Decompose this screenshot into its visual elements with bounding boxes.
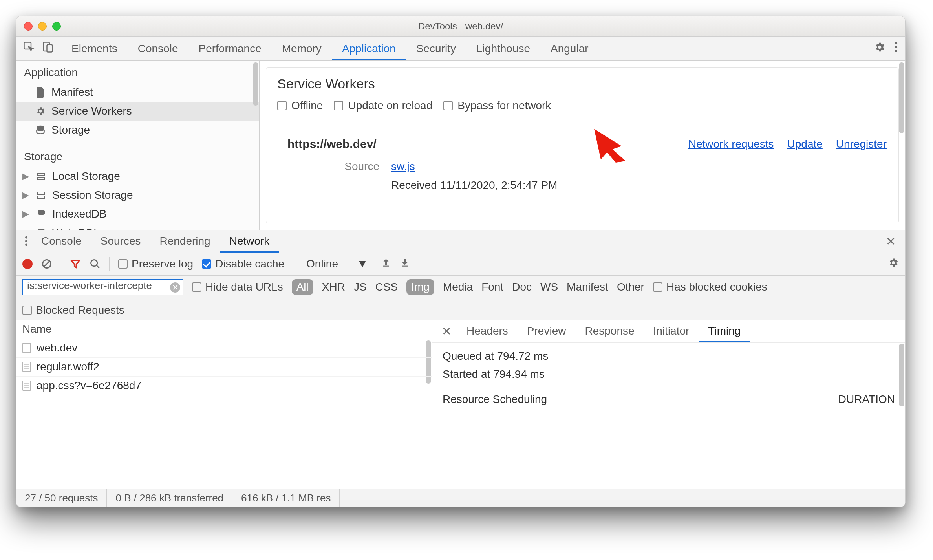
request-row[interactable]: app.css?v=6e2768d7 <box>16 377 432 395</box>
filter-type-font[interactable]: Font <box>481 281 503 293</box>
update-link[interactable]: Update <box>787 138 823 150</box>
status-transferred: 0 B / 286 kB transferred <box>107 489 232 507</box>
detail-tab-response[interactable]: Response <box>575 320 644 342</box>
unregister-link[interactable]: Unregister <box>836 138 887 150</box>
preserve-log-checkbox[interactable]: Preserve log <box>118 258 193 270</box>
filter-type-doc[interactable]: Doc <box>512 281 532 293</box>
clear-button[interactable] <box>41 258 52 269</box>
timing-started: Started at 794.94 ms <box>443 368 895 381</box>
sidebar-item-indexeddb[interactable]: ▶ IndexedDB <box>16 205 259 223</box>
more-menu-icon[interactable] <box>894 41 898 56</box>
filter-type-xhr[interactable]: XHR <box>322 281 345 293</box>
detail-tab-headers[interactable]: Headers <box>457 320 518 342</box>
sidebar-item-manifest[interactable]: Manifest <box>16 83 259 102</box>
drawer-tab-sources[interactable]: Sources <box>91 230 150 253</box>
column-header-name[interactable]: Name <box>16 320 432 339</box>
caret-icon[interactable]: ▶ <box>22 171 30 181</box>
sw-source-link[interactable]: sw.js <box>391 160 415 173</box>
request-row[interactable]: regular.woff2 <box>16 358 432 377</box>
inspect-element-icon[interactable] <box>23 41 35 56</box>
sidebar-item-service-workers[interactable]: Service Workers <box>16 102 259 121</box>
drawer-tabs: Console Sources Rendering Network ✕ <box>16 230 905 253</box>
chevron-down-icon: ▼ <box>357 258 368 270</box>
drawer-tab-rendering[interactable]: Rendering <box>150 230 220 253</box>
window-title: DevTools - web.dev/ <box>16 21 905 32</box>
checkbox-label: Bypass for network <box>457 99 551 112</box>
filter-type-media[interactable]: Media <box>443 281 473 293</box>
update-on-reload-checkbox[interactable]: Update on reload <box>334 99 432 112</box>
hide-data-urls-checkbox[interactable]: Hide data URLs <box>192 281 283 293</box>
filter-input[interactable]: is:service-worker-intercepte ✕ <box>22 279 183 295</box>
close-detail-icon[interactable]: ✕ <box>436 320 457 342</box>
drawer-more-icon[interactable] <box>21 230 32 253</box>
tab-angular[interactable]: Angular <box>540 37 599 60</box>
record-button[interactable] <box>22 259 33 269</box>
sidebar-item-session-storage[interactable]: ▶ Session Storage <box>16 186 259 205</box>
settings-icon[interactable] <box>874 41 885 56</box>
filter-type-manifest[interactable]: Manifest <box>567 281 608 293</box>
tab-application[interactable]: Application <box>332 37 406 60</box>
scrollbar-thumb[interactable] <box>899 62 904 133</box>
clear-filter-icon[interactable]: ✕ <box>170 282 180 293</box>
sidebar-item-label: Local Storage <box>52 170 120 183</box>
disable-cache-checkbox[interactable]: Disable cache <box>202 258 284 270</box>
filter-type-other[interactable]: Other <box>617 281 644 293</box>
upload-icon[interactable] <box>381 258 391 271</box>
document-icon <box>22 381 31 391</box>
filter-type-css[interactable]: CSS <box>375 281 398 293</box>
svg-point-16 <box>25 240 27 242</box>
filter-type-img[interactable]: Img <box>406 279 434 295</box>
caret-icon[interactable]: ▶ <box>22 209 30 219</box>
sidebar-item-storage-overview[interactable]: Storage <box>16 121 259 139</box>
window-titlebar: DevTools - web.dev/ <box>16 16 905 37</box>
pane-title: Service Workers <box>277 76 887 92</box>
tab-console[interactable]: Console <box>128 37 188 60</box>
tab-elements[interactable]: Elements <box>61 37 128 60</box>
filter-icon[interactable] <box>70 258 81 269</box>
blocked-requests-checkbox[interactable]: Blocked Requests <box>22 304 899 317</box>
drawer-tab-network[interactable]: Network <box>220 230 279 253</box>
detail-tab-preview[interactable]: Preview <box>518 320 576 342</box>
sidebar-item-local-storage[interactable]: ▶ Local Storage <box>16 167 259 186</box>
checkbox-label: Update on reload <box>348 99 432 112</box>
network-toolbar: Preserve log Disable cache Online ▼ <box>16 253 905 276</box>
sidebar-item-websql[interactable]: ▶ Web SQL <box>16 223 259 230</box>
tab-memory[interactable]: Memory <box>272 37 332 60</box>
download-icon[interactable] <box>400 258 410 271</box>
database-icon <box>36 227 47 230</box>
offline-checkbox[interactable]: Offline <box>277 99 323 112</box>
drawer-tab-console[interactable]: Console <box>32 230 91 253</box>
has-blocked-cookies-checkbox[interactable]: Has blocked cookies <box>653 281 767 293</box>
sw-received: Received 11/11/2020, 2:54:47 PM <box>391 179 557 192</box>
checkbox-label: Disable cache <box>215 258 284 270</box>
detail-tab-initiator[interactable]: Initiator <box>644 320 699 342</box>
network-filters: is:service-worker-intercepte ✕ Hide data… <box>16 276 905 320</box>
sidebar-section-application: Application <box>16 61 259 83</box>
device-toggle-icon[interactable] <box>42 41 54 56</box>
application-sidebar: Application Manifest Service Workers Sto… <box>16 61 260 230</box>
tab-security[interactable]: Security <box>406 37 466 60</box>
scrollbar-thumb[interactable] <box>899 344 904 406</box>
bypass-for-network-checkbox[interactable]: Bypass for network <box>443 99 551 112</box>
main-tabs: Elements Console Performance Memory Appl… <box>61 37 599 60</box>
throttling-select[interactable]: Online ▼ <box>302 257 372 271</box>
application-panel: Application Manifest Service Workers Sto… <box>16 61 905 230</box>
network-settings-icon[interactable] <box>888 257 899 271</box>
detail-tab-timing[interactable]: Timing <box>699 320 750 342</box>
tab-lighthouse[interactable]: Lighthouse <box>466 37 540 60</box>
sidebar-item-label: Service Workers <box>51 105 132 117</box>
checkbox-label: Preserve log <box>132 258 193 270</box>
grid-icon <box>36 190 47 201</box>
caret-icon[interactable]: ▶ <box>22 190 30 200</box>
drawer-close-icon[interactable]: ✕ <box>881 230 900 253</box>
throttling-value: Online <box>306 258 338 270</box>
sidebar-section-storage: Storage <box>16 139 259 167</box>
network-requests-link[interactable]: Network requests <box>688 138 774 150</box>
scrollbar-thumb[interactable] <box>253 62 258 106</box>
filter-type-js[interactable]: JS <box>354 281 367 293</box>
tab-performance[interactable]: Performance <box>188 37 271 60</box>
request-row[interactable]: web.dev <box>16 339 432 358</box>
search-icon[interactable] <box>90 258 101 269</box>
filter-type-ws[interactable]: WS <box>540 281 558 293</box>
filter-type-all[interactable]: All <box>292 279 313 295</box>
